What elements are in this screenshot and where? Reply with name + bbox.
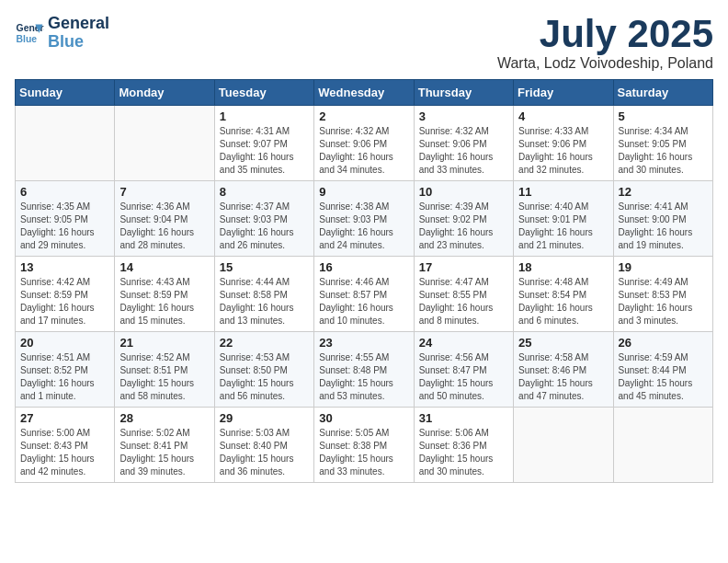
day-content: Sunrise: 4:42 AM Sunset: 8:59 PM Dayligh…: [20, 276, 109, 327]
calendar-cell: 8Sunrise: 4:37 AM Sunset: 9:03 PM Daylig…: [214, 181, 313, 257]
day-content: Sunrise: 4:53 AM Sunset: 8:50 PM Dayligh…: [220, 351, 309, 403]
calendar-cell: 22Sunrise: 4:53 AM Sunset: 8:50 PM Dayli…: [214, 332, 313, 408]
calendar-cell: 27Sunrise: 5:00 AM Sunset: 8:43 PM Dayli…: [16, 408, 115, 483]
week-row-3: 13Sunrise: 4:42 AM Sunset: 8:59 PM Dayli…: [16, 257, 713, 332]
day-number: 8: [220, 185, 309, 199]
day-content: Sunrise: 4:39 AM Sunset: 9:02 PM Dayligh…: [419, 201, 508, 252]
calendar-cell: 4Sunrise: 4:33 AM Sunset: 9:06 PM Daylig…: [514, 106, 613, 181]
day-number: 16: [319, 260, 408, 274]
title-block: July 2025 Warta, Lodz Voivodeship, Polan…: [497, 15, 713, 72]
day-content: Sunrise: 4:32 AM Sunset: 9:06 PM Dayligh…: [319, 125, 408, 177]
calendar-cell: 23Sunrise: 4:55 AM Sunset: 8:48 PM Dayli…: [314, 332, 414, 408]
day-number: 26: [619, 336, 708, 350]
day-content: Sunrise: 5:06 AM Sunset: 8:36 PM Dayligh…: [419, 427, 508, 478]
day-number: 18: [518, 260, 608, 274]
day-content: Sunrise: 4:35 AM Sunset: 9:05 PM Dayligh…: [20, 201, 109, 252]
calendar-cell: 25Sunrise: 4:58 AM Sunset: 8:46 PM Dayli…: [514, 332, 613, 408]
day-content: Sunrise: 4:43 AM Sunset: 8:59 PM Dayligh…: [119, 276, 209, 327]
calendar-cell: 14Sunrise: 4:43 AM Sunset: 8:59 PM Dayli…: [115, 257, 214, 332]
calendar-cell: 17Sunrise: 4:47 AM Sunset: 8:55 PM Dayli…: [414, 257, 513, 332]
day-number: 10: [419, 185, 508, 199]
day-content: Sunrise: 4:38 AM Sunset: 9:03 PM Dayligh…: [319, 201, 408, 252]
day-content: Sunrise: 4:48 AM Sunset: 8:54 PM Dayligh…: [518, 276, 608, 327]
calendar-cell: 12Sunrise: 4:41 AM Sunset: 9:00 PM Dayli…: [613, 181, 712, 257]
day-content: Sunrise: 5:00 AM Sunset: 8:43 PM Dayligh…: [20, 427, 109, 478]
day-number: 17: [419, 260, 508, 274]
day-number: 30: [319, 411, 408, 425]
day-number: 9: [319, 185, 408, 199]
calendar-cell: 26Sunrise: 4:59 AM Sunset: 8:44 PM Dayli…: [613, 332, 712, 408]
page-header: General Blue General Blue July 2025 Wart…: [15, 15, 713, 72]
day-content: Sunrise: 4:49 AM Sunset: 8:53 PM Dayligh…: [619, 276, 708, 327]
calendar-cell: 30Sunrise: 5:05 AM Sunset: 8:38 PM Dayli…: [314, 408, 414, 483]
day-number: 27: [20, 411, 109, 425]
day-content: Sunrise: 4:44 AM Sunset: 8:58 PM Dayligh…: [220, 276, 309, 327]
day-content: Sunrise: 4:51 AM Sunset: 8:52 PM Dayligh…: [20, 351, 109, 403]
calendar-cell: 2Sunrise: 4:32 AM Sunset: 9:06 PM Daylig…: [314, 106, 414, 181]
calendar-cell: 28Sunrise: 5:02 AM Sunset: 8:41 PM Dayli…: [115, 408, 214, 483]
calendar-cell: [514, 408, 613, 483]
logo-icon: General Blue: [15, 18, 44, 48]
day-number: 25: [518, 336, 608, 350]
calendar: SundayMondayTuesdayWednesdayThursdayFrid…: [15, 79, 713, 483]
weekday-header-sunday: Sunday: [16, 80, 115, 106]
logo-line1: General: [48, 15, 109, 33]
day-content: Sunrise: 4:36 AM Sunset: 9:04 PM Dayligh…: [119, 201, 209, 252]
day-content: Sunrise: 4:31 AM Sunset: 9:07 PM Dayligh…: [220, 125, 309, 177]
day-content: Sunrise: 4:33 AM Sunset: 9:06 PM Dayligh…: [518, 125, 608, 177]
calendar-cell: 16Sunrise: 4:46 AM Sunset: 8:57 PM Dayli…: [314, 257, 414, 332]
day-content: Sunrise: 4:37 AM Sunset: 9:03 PM Dayligh…: [220, 201, 309, 252]
day-content: Sunrise: 4:40 AM Sunset: 9:01 PM Dayligh…: [518, 201, 608, 252]
weekday-header-tuesday: Tuesday: [214, 80, 313, 106]
calendar-cell: 21Sunrise: 4:52 AM Sunset: 8:51 PM Dayli…: [115, 332, 214, 408]
day-number: 2: [319, 109, 408, 123]
day-number: 31: [419, 411, 508, 425]
calendar-cell: 18Sunrise: 4:48 AM Sunset: 8:54 PM Dayli…: [514, 257, 613, 332]
calendar-cell: [115, 106, 214, 181]
logo-text: General Blue: [48, 15, 109, 52]
day-number: 28: [119, 411, 209, 425]
day-content: Sunrise: 4:34 AM Sunset: 9:05 PM Dayligh…: [619, 125, 708, 177]
day-number: 7: [119, 185, 209, 199]
weekday-header-wednesday: Wednesday: [314, 80, 414, 106]
calendar-cell: 3Sunrise: 4:32 AM Sunset: 9:06 PM Daylig…: [414, 106, 513, 181]
location: Warta, Lodz Voivodeship, Poland: [497, 55, 713, 72]
day-content: Sunrise: 4:55 AM Sunset: 8:48 PM Dayligh…: [319, 351, 408, 403]
day-number: 29: [220, 411, 309, 425]
week-row-2: 6Sunrise: 4:35 AM Sunset: 9:05 PM Daylig…: [16, 181, 713, 257]
calendar-cell: 13Sunrise: 4:42 AM Sunset: 8:59 PM Dayli…: [16, 257, 115, 332]
calendar-cell: 5Sunrise: 4:34 AM Sunset: 9:05 PM Daylig…: [613, 106, 712, 181]
calendar-cell: [613, 408, 712, 483]
day-content: Sunrise: 4:52 AM Sunset: 8:51 PM Dayligh…: [119, 351, 209, 403]
weekday-header-thursday: Thursday: [414, 80, 513, 106]
day-number: 15: [220, 260, 309, 274]
calendar-cell: 29Sunrise: 5:03 AM Sunset: 8:40 PM Dayli…: [214, 408, 313, 483]
day-content: Sunrise: 5:03 AM Sunset: 8:40 PM Dayligh…: [220, 427, 309, 478]
week-row-1: 1Sunrise: 4:31 AM Sunset: 9:07 PM Daylig…: [16, 106, 713, 181]
day-number: 13: [20, 260, 109, 274]
svg-text:Blue: Blue: [17, 33, 38, 43]
calendar-cell: 9Sunrise: 4:38 AM Sunset: 9:03 PM Daylig…: [314, 181, 414, 257]
calendar-cell: 11Sunrise: 4:40 AM Sunset: 9:01 PM Dayli…: [514, 181, 613, 257]
day-number: 1: [220, 109, 309, 123]
day-number: 14: [119, 260, 209, 274]
calendar-cell: 19Sunrise: 4:49 AM Sunset: 8:53 PM Dayli…: [613, 257, 712, 332]
month-title: July 2025: [497, 15, 713, 53]
day-content: Sunrise: 4:32 AM Sunset: 9:06 PM Dayligh…: [419, 125, 508, 177]
weekday-header-monday: Monday: [115, 80, 214, 106]
day-content: Sunrise: 4:47 AM Sunset: 8:55 PM Dayligh…: [419, 276, 508, 327]
weekday-header-friday: Friday: [514, 80, 613, 106]
day-number: 11: [518, 185, 608, 199]
logo-line2: Blue: [48, 33, 109, 52]
calendar-cell: 7Sunrise: 4:36 AM Sunset: 9:04 PM Daylig…: [115, 181, 214, 257]
weekday-header-saturday: Saturday: [613, 80, 712, 106]
day-number: 6: [20, 185, 109, 199]
day-content: Sunrise: 4:41 AM Sunset: 9:00 PM Dayligh…: [619, 201, 708, 252]
day-content: Sunrise: 5:02 AM Sunset: 8:41 PM Dayligh…: [119, 427, 209, 478]
day-number: 20: [20, 336, 109, 350]
day-number: 19: [619, 260, 708, 274]
day-number: 21: [119, 336, 209, 350]
day-number: 12: [619, 185, 708, 199]
calendar-cell: 15Sunrise: 4:44 AM Sunset: 8:58 PM Dayli…: [214, 257, 313, 332]
weekday-header-row: SundayMondayTuesdayWednesdayThursdayFrid…: [16, 80, 713, 106]
